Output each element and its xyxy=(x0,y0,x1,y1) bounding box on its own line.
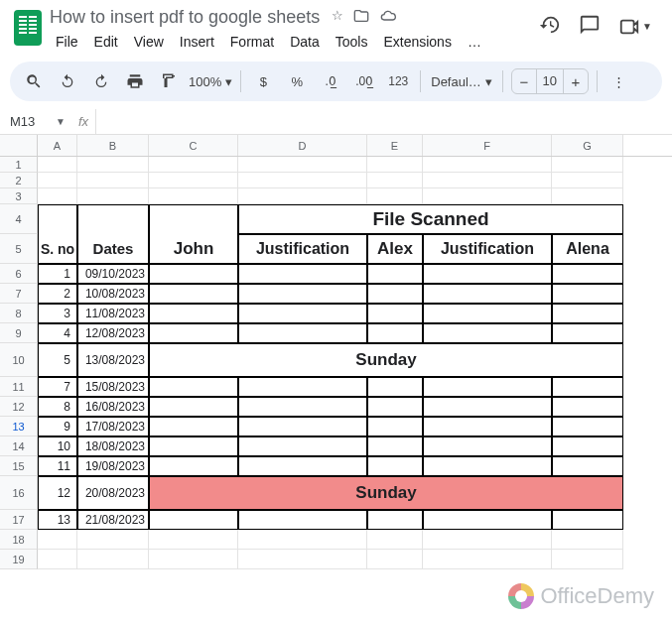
cell[interactable] xyxy=(38,188,77,204)
row-header[interactable]: 7 xyxy=(0,284,38,304)
cell[interactable]: Dates xyxy=(77,234,149,264)
percent-icon[interactable]: % xyxy=(283,67,311,95)
star-icon[interactable]: ☆ xyxy=(332,8,343,27)
cell[interactable] xyxy=(423,173,552,188)
cell[interactable] xyxy=(367,304,423,323)
cell[interactable] xyxy=(552,530,623,550)
font-select[interactable]: Defaul… ▾ xyxy=(429,74,494,89)
cell[interactable]: 15/08/2023 xyxy=(77,377,149,397)
decrease-decimal-icon[interactable]: .0̲ xyxy=(317,67,344,95)
menu-data[interactable]: Data xyxy=(284,30,326,54)
toolbar-more-icon[interactable]: ⋮ xyxy=(605,67,633,95)
col-header[interactable]: A xyxy=(38,135,77,156)
spreadsheet-grid[interactable]: A B C D E F G 1234File Scanned5S. noDate… xyxy=(0,135,672,569)
cell[interactable] xyxy=(238,173,367,188)
cell[interactable] xyxy=(367,377,423,397)
cell[interactable]: 8 xyxy=(38,397,77,417)
cell[interactable] xyxy=(423,377,552,397)
col-header[interactable]: G xyxy=(552,135,623,156)
cell[interactable]: 3 xyxy=(38,304,77,323)
cell[interactable] xyxy=(423,550,552,569)
cell[interactable] xyxy=(149,284,238,304)
cell[interactable] xyxy=(552,417,623,436)
row-header[interactable]: 13 xyxy=(0,417,38,436)
cell[interactable]: 16/08/2023 xyxy=(77,397,149,417)
cell[interactable] xyxy=(552,397,623,417)
cell[interactable] xyxy=(423,397,552,417)
cell[interactable]: 21/08/2023 xyxy=(77,510,149,530)
cell[interactable] xyxy=(238,397,367,417)
menu-file[interactable]: File xyxy=(50,30,84,54)
cell[interactable] xyxy=(238,436,367,456)
undo-icon[interactable] xyxy=(54,67,81,95)
row-header[interactable]: 6 xyxy=(0,264,38,284)
cell[interactable] xyxy=(238,417,367,436)
row-header[interactable]: 18 xyxy=(0,530,38,550)
cell[interactable]: 5 xyxy=(38,343,77,377)
cell[interactable] xyxy=(552,304,623,323)
cell[interactable] xyxy=(552,436,623,456)
cell[interactable]: 13 xyxy=(38,510,77,530)
increase-decimal-icon[interactable]: .00̲ xyxy=(350,67,378,95)
cell[interactable]: 19/08/2023 xyxy=(77,456,149,476)
cell[interactable] xyxy=(552,264,623,284)
cell[interactable] xyxy=(238,550,367,569)
cell[interactable] xyxy=(77,204,149,234)
cell[interactable] xyxy=(423,304,552,323)
cell[interactable] xyxy=(77,173,149,188)
cell[interactable]: 18/08/2023 xyxy=(77,436,149,456)
cell[interactable] xyxy=(149,304,238,323)
currency-icon[interactable]: $ xyxy=(249,67,277,95)
cell[interactable] xyxy=(238,264,367,284)
cell[interactable] xyxy=(149,264,238,284)
meet-icon[interactable]: ▼ xyxy=(618,16,652,38)
cell[interactable] xyxy=(552,173,623,188)
row-header[interactable]: 16 xyxy=(0,476,38,510)
cell[interactable] xyxy=(38,173,77,188)
cell[interactable] xyxy=(149,377,238,397)
cell[interactable] xyxy=(423,323,552,343)
cell[interactable] xyxy=(149,550,238,569)
cell[interactable] xyxy=(552,323,623,343)
cell[interactable] xyxy=(238,304,367,323)
menu-format[interactable]: Format xyxy=(224,30,280,54)
cell[interactable]: Alena xyxy=(552,234,623,264)
cell[interactable]: 10 xyxy=(38,436,77,456)
cell[interactable] xyxy=(552,550,623,569)
cell[interactable] xyxy=(423,456,552,476)
cell[interactable]: John xyxy=(149,234,238,264)
cell[interactable] xyxy=(38,530,77,550)
increase-font-button[interactable]: + xyxy=(564,73,588,90)
cell[interactable] xyxy=(423,530,552,550)
cell[interactable] xyxy=(238,510,367,530)
cell[interactable] xyxy=(238,530,367,550)
cell[interactable] xyxy=(238,284,367,304)
history-icon[interactable] xyxy=(539,14,561,39)
col-header[interactable]: B xyxy=(77,135,149,156)
cell[interactable] xyxy=(367,323,423,343)
cell[interactable] xyxy=(423,188,552,204)
cell[interactable] xyxy=(149,397,238,417)
move-icon[interactable] xyxy=(353,8,369,27)
cell[interactable]: 09/10/2023 xyxy=(77,264,149,284)
menu-insert[interactable]: Insert xyxy=(174,30,220,54)
menu-edit[interactable]: Edit xyxy=(88,30,124,54)
cloud-status-icon[interactable] xyxy=(379,8,397,27)
cell[interactable] xyxy=(552,157,623,173)
cell[interactable] xyxy=(149,204,238,234)
col-header[interactable]: D xyxy=(238,135,367,156)
cell[interactable] xyxy=(552,188,623,204)
redo-icon[interactable] xyxy=(87,67,115,95)
search-icon[interactable] xyxy=(20,67,48,95)
cell[interactable] xyxy=(367,550,423,569)
cell[interactable] xyxy=(423,157,552,173)
cell[interactable]: Alex xyxy=(367,234,423,264)
row-header[interactable]: 11 xyxy=(0,377,38,397)
cell[interactable] xyxy=(552,377,623,397)
row-header[interactable]: 12 xyxy=(0,397,38,417)
cell[interactable] xyxy=(149,530,238,550)
cell[interactable] xyxy=(38,157,77,173)
cell[interactable] xyxy=(423,284,552,304)
cell[interactable] xyxy=(367,397,423,417)
cell[interactable] xyxy=(423,417,552,436)
